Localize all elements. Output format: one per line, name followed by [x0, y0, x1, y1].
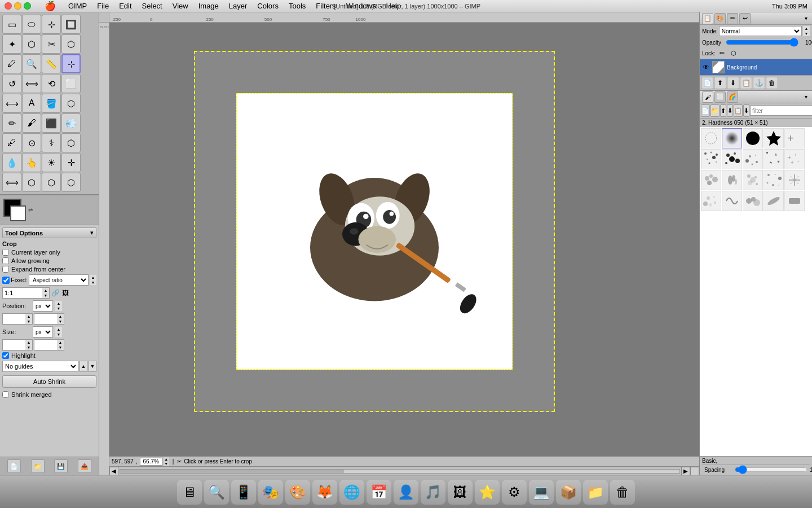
- size-h-up[interactable]: ▲: [57, 340, 64, 345]
- brush-item-5[interactable]: +: [784, 128, 805, 148]
- allow-growing-label[interactable]: Allow growing: [11, 257, 50, 264]
- pos-unit-down[interactable]: ▼: [55, 306, 62, 311]
- maximize-button[interactable]: [24, 2, 31, 10]
- tool-airbrush[interactable]: 💨: [61, 113, 81, 133]
- patterns-tab[interactable]: ⬜: [714, 91, 726, 103]
- position-unit-select[interactable]: px: [33, 300, 53, 312]
- zoom-up-btn[interactable]: ▲: [164, 457, 169, 462]
- menu-colors[interactable]: Colors: [253, 1, 283, 11]
- tool-blend[interactable]: ⬡: [61, 94, 81, 113]
- brush-item-15[interactable]: [784, 170, 805, 190]
- tool-rect-select[interactable]: ▭: [2, 15, 21, 34]
- fixed-checkbox[interactable]: [2, 277, 10, 284]
- dock-browser[interactable]: 🌐: [339, 480, 364, 505]
- size-unit-down[interactable]: ▼: [55, 332, 62, 337]
- dock-trash[interactable]: 🗑: [610, 480, 635, 505]
- dock-downloads[interactable]: 📦: [556, 480, 581, 505]
- guides-arrow-up[interactable]: ▲: [80, 361, 87, 372]
- dock-launchpad[interactable]: 📱: [231, 480, 256, 505]
- scroll-right-btn[interactable]: ▶: [681, 467, 690, 476]
- menu-edit[interactable]: Edit: [114, 1, 136, 11]
- menu-image[interactable]: Image: [194, 1, 223, 11]
- tool-free-select[interactable]: ⊹: [42, 15, 61, 34]
- channels-tab[interactable]: 🎨: [714, 13, 726, 24]
- dock-theater[interactable]: 🎭: [258, 480, 283, 505]
- layer-item[interactable]: 👁 Background: [700, 59, 812, 75]
- brush-item-1[interactable]: [701, 128, 721, 148]
- brushes-tab-active[interactable]: 🖌: [702, 91, 713, 103]
- menu-view[interactable]: View: [168, 1, 193, 11]
- tool-pencil[interactable]: ✏: [2, 113, 21, 133]
- zoom-input[interactable]: [140, 458, 162, 466]
- refresh-brushes-btn[interactable]: ⬆: [720, 104, 726, 117]
- menu-tools[interactable]: Tools: [284, 1, 310, 11]
- tool-measure[interactable]: 📏: [42, 54, 61, 73]
- brush-item-13[interactable]: [743, 170, 763, 190]
- brush-item-6[interactable]: [701, 149, 721, 169]
- brush-filter-input[interactable]: [750, 106, 812, 116]
- tool-smudge[interactable]: 👆: [22, 153, 41, 172]
- canvas-scroll[interactable]: [109, 23, 699, 466]
- size-unit-select[interactable]: px: [33, 326, 53, 338]
- brush-item-3[interactable]: [743, 128, 763, 148]
- size-width-input[interactable]: 605: [3, 340, 25, 350]
- pos-unit-up[interactable]: ▲: [55, 301, 62, 306]
- duplicate-layer-btn[interactable]: 📋: [740, 77, 752, 89]
- dock-finder[interactable]: 🖥: [177, 480, 202, 505]
- guides-arrow-down[interactable]: ▼: [89, 361, 96, 372]
- aspect-up[interactable]: ▲: [42, 288, 49, 293]
- lock-alpha-icon[interactable]: ⬡: [729, 49, 738, 58]
- dock-settings[interactable]: ⚙: [502, 480, 527, 505]
- tool-perspective[interactable]: ⬜: [61, 74, 81, 93]
- tool-heal[interactable]: ⚕: [42, 133, 61, 152]
- delete-layer-btn[interactable]: 🗑: [766, 77, 778, 89]
- tool-perspective-clone[interactable]: ⬡: [61, 133, 81, 152]
- spacing-slider[interactable]: [735, 466, 807, 473]
- position-y-input[interactable]: 194: [34, 314, 57, 324]
- window-controls[interactable]: [5, 2, 31, 10]
- landscape-icon[interactable]: 🖼: [61, 288, 70, 297]
- tool-paintbrush[interactable]: 🖌: [22, 113, 41, 133]
- brush-item-12[interactable]: [722, 170, 742, 190]
- brush-item-20[interactable]: [784, 191, 805, 211]
- tool-zoom[interactable]: 🔍: [22, 54, 41, 73]
- tool-text[interactable]: A: [22, 94, 41, 113]
- guides-select[interactable]: No guides Center lines Rule of thirds: [2, 361, 78, 372]
- fixed-type-down[interactable]: ▼: [90, 280, 96, 285]
- tool-cage-transform[interactable]: ⬡: [42, 173, 61, 192]
- new-layer-btn[interactable]: 📄: [701, 77, 713, 89]
- tool-rotate[interactable]: ↺: [2, 74, 21, 93]
- tool-bucket-fill[interactable]: 🪣: [42, 94, 61, 113]
- lock-pixels-icon[interactable]: ✏: [718, 49, 727, 58]
- open-image-btn[interactable]: 📁: [31, 459, 45, 473]
- copy-brush-btn[interactable]: ⬇: [727, 104, 733, 117]
- highlight-label[interactable]: Highlight: [11, 352, 36, 359]
- brushes-menu-btn[interactable]: ▾: [802, 93, 810, 101]
- apple-menu[interactable]: 🍎: [40, 0, 60, 12]
- current-layer-only-checkbox[interactable]: [2, 249, 9, 256]
- brush-item-19[interactable]: [764, 191, 784, 211]
- paths-tab[interactable]: ✏: [727, 13, 738, 24]
- save-image-btn[interactable]: 💾: [54, 459, 68, 473]
- tool-clone[interactable]: ⊙: [22, 133, 41, 152]
- new-image-btn[interactable]: 📄: [7, 459, 21, 473]
- tool-align[interactable]: ⟺: [2, 173, 21, 192]
- size-w-down[interactable]: ▼: [25, 345, 32, 350]
- allow-growing-checkbox[interactable]: [2, 257, 9, 264]
- fixed-type-up[interactable]: ▲: [90, 275, 96, 280]
- tool-color-picker[interactable]: 🖊: [2, 54, 21, 73]
- brush-item-17[interactable]: [722, 191, 742, 211]
- position-x-input[interactable]: 192: [3, 314, 25, 324]
- current-layer-only-label[interactable]: Current layer only: [11, 249, 60, 256]
- gradients-tab[interactable]: 🌈: [727, 91, 738, 103]
- export-image-btn[interactable]: 📤: [78, 459, 91, 473]
- tool-flip[interactable]: ⟷: [2, 94, 21, 113]
- size-w-up[interactable]: ▲: [25, 340, 32, 345]
- highlight-checkbox[interactable]: [2, 352, 9, 359]
- size-h-down[interactable]: ▼: [57, 345, 64, 350]
- menu-gimp[interactable]: GIMP: [64, 1, 91, 11]
- tool-shear[interactable]: ⟲: [42, 74, 61, 93]
- brush-item-8[interactable]: [743, 149, 763, 169]
- dock-terminal[interactable]: 💻: [529, 480, 554, 505]
- auto-shrink-button[interactable]: Auto Shrink: [2, 375, 96, 388]
